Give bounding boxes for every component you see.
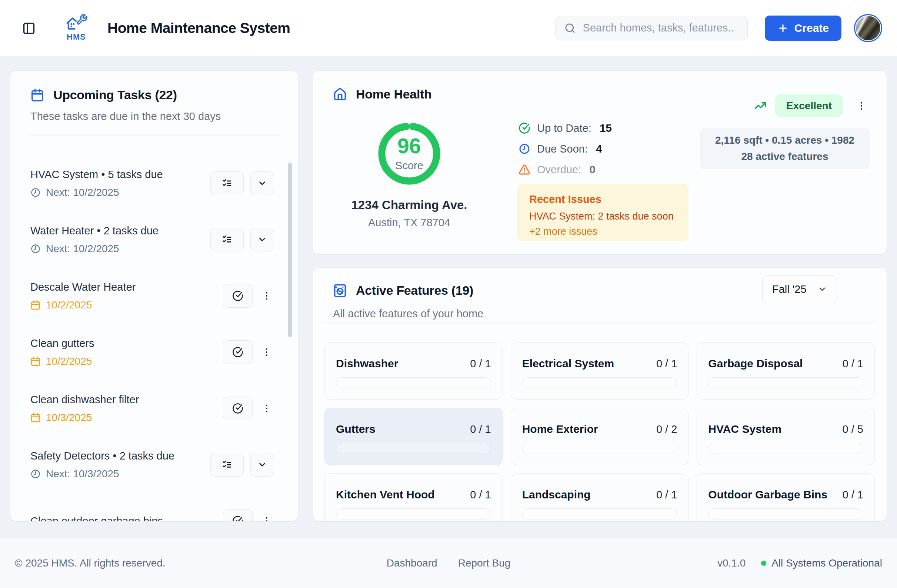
chevron-down-icon xyxy=(817,284,827,294)
footer-links: DashboardReport Bug xyxy=(387,557,511,569)
feature-card[interactable]: Outdoor Garbage Bins 0 / 1 xyxy=(696,473,875,521)
open-checklist-button[interactable] xyxy=(210,453,244,476)
task-menu-button[interactable] xyxy=(259,509,274,521)
expand-group-button[interactable] xyxy=(250,228,274,251)
health-stat-row: Overdue: 0 xyxy=(519,163,612,176)
calendar-icon xyxy=(31,88,44,102)
feature-progress-bar xyxy=(522,443,677,454)
expand-group-button[interactable] xyxy=(250,172,274,195)
task-title: Clean gutters xyxy=(31,337,95,349)
feature-progress-bar xyxy=(522,508,677,519)
task-list-item: Safety Detectors • 2 tasks due Next: 10/… xyxy=(31,436,274,493)
kebab-icon xyxy=(262,516,272,521)
open-checklist-button[interactable] xyxy=(210,228,244,251)
trending-up-icon xyxy=(754,99,767,113)
feature-card[interactable]: Kitchen Vent Hood 0 / 1 xyxy=(325,473,502,521)
feature-card[interactable]: HVAC System 0 / 5 xyxy=(696,408,875,465)
feature-progress-count: 0 / 1 xyxy=(656,489,677,501)
circle-check-icon xyxy=(232,403,243,414)
expand-group-button[interactable] xyxy=(250,453,274,476)
home-icon xyxy=(333,87,347,101)
feature-card[interactable]: Home Exterior 0 / 2 xyxy=(511,408,689,465)
feature-card[interactable]: Landscaping 0 / 1 xyxy=(511,473,689,521)
task-list: HVAC System • 5 tasks due Next: 10/2/202… xyxy=(11,145,298,521)
task-due-date: 10/2/2025 xyxy=(31,299,136,311)
task-menu-button[interactable] xyxy=(259,397,274,420)
task-title: Water Heater • 2 tasks due xyxy=(31,225,159,237)
feature-progress-count: 0 / 1 xyxy=(470,489,491,501)
list-checks-icon xyxy=(222,178,233,189)
task-next-date: Next: 10/3/2025 xyxy=(31,468,175,480)
app-logo[interactable]: HMS xyxy=(61,14,92,42)
feature-card[interactable]: Gutters 0 / 1 xyxy=(325,408,502,465)
search-input[interactable] xyxy=(582,21,738,34)
avatar[interactable] xyxy=(854,14,882,42)
sidebar-toggle-button[interactable] xyxy=(18,18,39,38)
health-stat-row: Due Soon: 4 xyxy=(519,142,612,155)
status-dot-icon xyxy=(761,560,766,566)
health-score-label: Score xyxy=(395,159,423,172)
home-address: 1234 Charming Ave. xyxy=(326,198,493,212)
stat-value: 15 xyxy=(600,122,612,135)
hms-logo-icon xyxy=(65,14,88,32)
feature-progress-bar xyxy=(336,508,491,519)
feature-name: Outdoor Garbage Bins xyxy=(708,488,827,501)
complete-task-button[interactable] xyxy=(223,340,253,364)
task-title: HVAC System • 5 tasks due xyxy=(31,168,163,181)
create-button[interactable]: Create xyxy=(765,15,842,41)
chevron-down-icon xyxy=(257,179,267,188)
kebab-icon xyxy=(262,403,272,413)
app-header: HMS Home Maintenance System Create xyxy=(0,0,897,56)
search-input-wrap[interactable] xyxy=(555,16,748,40)
task-list-item: Clean outdoor garbage bins xyxy=(31,493,274,521)
season-filter-select[interactable]: Fall '25 xyxy=(762,275,837,303)
task-menu-button[interactable] xyxy=(259,284,274,308)
feature-progress-bar xyxy=(336,377,491,389)
upcoming-tasks-card: Upcoming Tasks (22) These tasks are due … xyxy=(10,70,298,521)
feature-progress-count: 0 / 1 xyxy=(843,489,863,501)
complete-task-button[interactable] xyxy=(223,397,253,420)
task-list-item: HVAC System • 5 tasks due Next: 10/2/202… xyxy=(31,155,274,211)
health-score-value: 96 xyxy=(397,136,421,157)
task-list-item: Clean dishwasher filter 10/3/2025 xyxy=(31,380,274,436)
feature-name: Kitchen Vent Hood xyxy=(336,488,435,501)
task-due-date: 10/3/2025 xyxy=(31,412,139,424)
property-specs: 2,116 sqft • 0.15 acres • 1982 xyxy=(715,135,854,146)
feature-progress-bar xyxy=(336,443,491,454)
more-issues-link[interactable]: +2 more issues xyxy=(529,226,677,237)
kebab-icon xyxy=(262,291,272,301)
panel-left-icon xyxy=(22,21,36,35)
feature-progress-count: 0 / 5 xyxy=(843,423,863,435)
health-stat-row: Up to Date: 15 xyxy=(519,122,612,135)
circle-check-icon xyxy=(232,515,243,521)
feature-name: Gutters xyxy=(336,423,375,435)
home-health-card: Home Health Excellent 96 Score 1234 Char… xyxy=(312,70,887,254)
open-checklist-button[interactable] xyxy=(210,172,244,195)
main-content: Upcoming Tasks (22) These tasks are due … xyxy=(0,56,897,537)
task-menu-button[interactable] xyxy=(259,340,274,364)
feature-card[interactable]: Electrical System 0 / 1 xyxy=(511,342,689,400)
app-footer: © 2025 HMS. All rights reserved. Dashboa… xyxy=(0,537,897,588)
feature-progress-count: 0 / 2 xyxy=(656,423,677,435)
wrench-icon xyxy=(76,14,88,26)
feature-card[interactable]: Dishwasher 0 / 1 xyxy=(325,342,502,400)
avatar-image xyxy=(856,16,880,40)
active-features-card: Active Features (19) All active features… xyxy=(312,267,887,521)
task-title: Safety Detectors • 2 tasks due xyxy=(31,450,175,462)
complete-task-button[interactable] xyxy=(223,509,253,521)
complete-task-button[interactable] xyxy=(223,284,253,308)
health-menu-button[interactable] xyxy=(853,101,869,111)
task-title: Descale Water Heater xyxy=(31,281,136,293)
footer-link[interactable]: Report Bug xyxy=(458,557,511,569)
circle-check-icon xyxy=(232,346,243,358)
footer-link[interactable]: Dashboard xyxy=(387,557,438,569)
task-list-item: Descale Water Heater 10/2/2025 xyxy=(31,268,274,324)
list-checks-icon xyxy=(222,459,233,470)
feature-name: Garbage Disposal xyxy=(708,357,802,370)
home-health-title: Home Health xyxy=(356,87,432,101)
task-list-scrollbar[interactable] xyxy=(288,162,292,337)
search-icon xyxy=(565,23,576,34)
feature-card[interactable]: Garbage Disposal 0 / 1 xyxy=(696,342,875,400)
task-list-item: Clean gutters 10/2/2025 xyxy=(31,324,274,380)
feature-name: Home Exterior xyxy=(522,423,598,435)
